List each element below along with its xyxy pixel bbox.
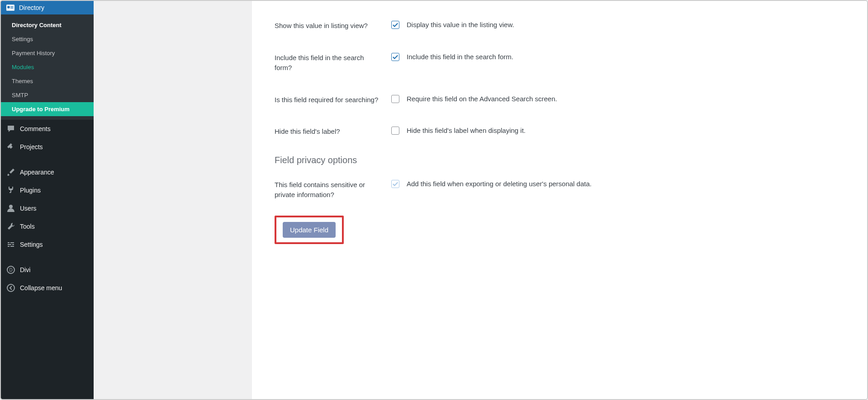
divi-icon: D — [6, 265, 15, 274]
svg-point-7 — [7, 284, 14, 292]
sidebar-item-users[interactable]: Users — [1, 199, 94, 217]
submenu-payment-history[interactable]: Payment History — [1, 46, 94, 60]
update-button-highlight: Update Field — [275, 216, 344, 244]
form-label: Hide this field's label? — [275, 127, 391, 137]
form-label: Show this value in listing view? — [275, 21, 391, 31]
sidebar-item-collapse[interactable]: Collapse menu — [1, 279, 94, 297]
form-row-listing-view: Show this value in listing view? Display… — [275, 10, 844, 42]
svg-rect-2 — [10, 6, 14, 7]
sidebar-item-tools[interactable]: Tools — [1, 217, 94, 235]
plug-icon — [6, 186, 15, 195]
form-panel: Show this value in listing view? Display… — [252, 1, 867, 399]
checkbox-desc: Add this field when exporting or deletin… — [407, 180, 592, 188]
comment-icon — [6, 124, 15, 133]
form-label: Include this field in the search form? — [275, 53, 391, 73]
wrench-icon — [6, 222, 15, 231]
sidebar-item-appearance[interactable]: Appearance — [1, 163, 94, 181]
form-row-search-form: Include this field in the search form? I… — [275, 42, 844, 84]
sidebar-active-label: Directory — [19, 4, 44, 11]
sidebar-item-directory[interactable]: Directory — [1, 1, 94, 14]
form-label: This field contains sensitive or private… — [275, 180, 391, 200]
svg-text:D: D — [9, 268, 12, 273]
checkbox-listing-view[interactable] — [391, 21, 399, 29]
sidebar-item-comments[interactable]: Comments — [1, 120, 94, 138]
svg-rect-1 — [7, 6, 9, 8]
checkbox-search-form[interactable] — [391, 53, 399, 61]
submenu-themes[interactable]: Themes — [1, 74, 94, 88]
checkbox-hide-label[interactable] — [391, 127, 399, 135]
checkbox-required-search[interactable] — [391, 95, 399, 103]
submenu-upgrade[interactable]: Upgrade to Premium — [1, 102, 94, 116]
section-heading-privacy: Field privacy options — [275, 148, 844, 169]
checkbox-desc: Hide this field's label when displaying … — [407, 127, 526, 134]
form-row-privacy: This field contains sensitive or private… — [275, 169, 844, 211]
checkbox-desc: Include this field in the search form. — [407, 53, 513, 61]
sidebar-item-settings[interactable]: Settings — [1, 235, 94, 254]
checkbox-desc: Display this value in the listing view. — [407, 21, 514, 28]
svg-point-4 — [9, 205, 13, 208]
checkbox-desc: Require this field on the Advanced Searc… — [407, 95, 557, 103]
checkbox-privacy[interactable] — [391, 180, 399, 188]
collapse-icon — [6, 283, 15, 292]
sidebar-item-divi[interactable]: D Divi — [1, 261, 94, 279]
sidebar-item-projects[interactable]: Projects — [1, 138, 94, 156]
admin-sidebar: Directory Directory Content Settings Pay… — [1, 1, 94, 399]
form-row-hide-label: Hide this field's label? Hide this field… — [275, 116, 844, 148]
user-icon — [6, 204, 15, 213]
main-content: Show this value in listing view? Display… — [94, 1, 867, 399]
sidebar-submenu: Directory Content Settings Payment Histo… — [1, 14, 94, 120]
submenu-smtp[interactable]: SMTP — [1, 88, 94, 102]
pin-icon — [6, 142, 15, 151]
submenu-settings[interactable]: Settings — [1, 32, 94, 46]
brush-icon — [6, 168, 15, 177]
svg-rect-3 — [10, 8, 14, 9]
sidebar-item-plugins[interactable]: Plugins — [1, 181, 94, 199]
form-label: Is this field required for searching? — [275, 95, 391, 105]
submenu-directory-content[interactable]: Directory Content — [1, 18, 94, 32]
id-card-icon — [6, 5, 14, 11]
submenu-modules[interactable]: Modules — [1, 60, 94, 74]
form-row-required-search: Is this field required for searching? Re… — [275, 84, 844, 116]
update-field-button[interactable]: Update Field — [283, 222, 336, 238]
sliders-icon — [6, 240, 15, 249]
